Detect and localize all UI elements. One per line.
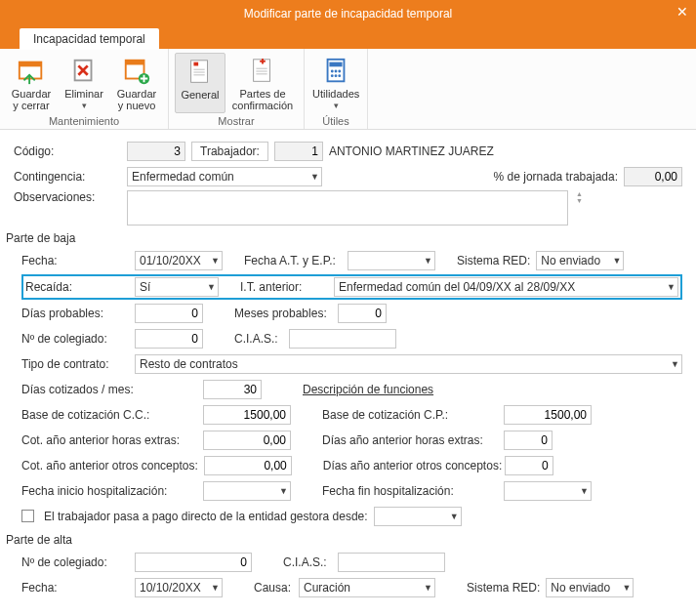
cias-alta-label: C.I.A.S.: — [283, 555, 332, 569]
delete-button[interactable]: Eliminar ▾ — [59, 53, 109, 113]
observaciones-field[interactable] — [127, 190, 568, 226]
it-anterior-combo[interactable]: Enfermedad común del 04/09/XX al 28/09/X… — [334, 277, 678, 297]
window-title: Modificar parte de incapacidad temporal — [244, 7, 452, 21]
sistema-red-baja-label: Sistema RED: — [457, 254, 530, 267]
dias-probables-field[interactable] — [135, 304, 203, 323]
close-icon[interactable]: ✕ — [676, 4, 688, 20]
tipo-contrato-combo[interactable]: Resto de contratos▼ — [135, 354, 682, 374]
fecha-fin-hosp-combo[interactable]: ▼ — [504, 481, 592, 501]
chevron-down-icon: ▼ — [203, 282, 216, 292]
svg-point-17 — [331, 70, 334, 73]
meses-probables-field[interactable] — [338, 304, 387, 323]
contingencia-label: Contingencia: — [14, 170, 121, 184]
codigo-label: Código: — [14, 144, 121, 158]
svg-point-18 — [335, 70, 338, 73]
fecha-at-label: Fecha A.T. y E.P.: — [244, 254, 342, 267]
dias-cotizados-label: Días cotizados / mes: — [21, 383, 197, 396]
dias-otros-conceptos-field[interactable] — [505, 456, 553, 475]
dias-otros-conceptos-label: Días año anterior otros conceptos: — [323, 459, 499, 472]
save-close-icon — [17, 57, 46, 86]
cot-otros-conceptos-label: Cot. año anterior otros conceptos: — [21, 459, 198, 472]
pago-directo-checkbox[interactable] — [21, 510, 34, 522]
fecha-baja-combo[interactable]: 01/10/20XX▼ — [135, 251, 223, 270]
pct-jornada-field[interactable] — [624, 167, 682, 186]
svg-rect-16 — [329, 62, 342, 67]
ribbon-group-show: Mostrar — [175, 115, 298, 127]
causa-label: Causa: — [254, 581, 293, 595]
document-plus-icon — [248, 57, 277, 86]
recaida-row-highlight: Recaída: Sí▼ I.T. anterior: Enfermedad c… — [21, 274, 682, 300]
chevron-down-icon: ▼ — [420, 583, 432, 593]
causa-combo[interactable]: Curación▼ — [299, 578, 435, 597]
chevron-down-icon: ▼ — [608, 256, 621, 266]
colegiado-baja-label: Nº de colegiado: — [21, 332, 129, 346]
cot-otros-conceptos-field[interactable] — [204, 456, 292, 475]
fecha-ini-hosp-combo[interactable]: ▼ — [203, 481, 291, 501]
chevron-down-icon: ▼ — [420, 256, 432, 266]
base-cp-label: Base de cotización C.P.: — [322, 408, 498, 422]
general-button[interactable]: General — [175, 53, 225, 113]
it-anterior-label: I.T. anterior: — [240, 280, 328, 294]
base-cc-field[interactable] — [203, 405, 291, 425]
title-bar: Modificar parte de incapacidad temporal … — [0, 0, 696, 27]
contingencia-combo[interactable]: Enfermedad común▼ — [127, 167, 322, 186]
fecha-alta-combo[interactable]: 10/10/20XX▼ — [135, 578, 223, 597]
partes-confirmacion-button[interactable]: Partes de confirmación — [227, 53, 298, 113]
save-new-button[interactable]: Guardar y nuevo — [111, 53, 162, 113]
svg-rect-6 — [191, 61, 208, 83]
svg-rect-1 — [20, 62, 42, 67]
svg-point-21 — [335, 74, 338, 77]
recaida-combo[interactable]: Sí▼ — [135, 277, 219, 297]
trabajador-num-field[interactable] — [274, 142, 323, 161]
cias-alta-field[interactable] — [338, 553, 445, 572]
chevron-down-icon: ▼ — [207, 256, 220, 266]
fecha-at-combo[interactable]: ▼ — [348, 251, 435, 270]
svg-point-22 — [338, 74, 341, 77]
colegiado-alta-label: Nº de colegiado: — [21, 555, 129, 569]
section-parte-alta: Parte de alta — [6, 533, 682, 547]
dias-probables-label: Días probables: — [21, 307, 129, 320]
pago-directo-fecha-combo[interactable]: ▼ — [374, 507, 462, 526]
cot-horas-extras-field[interactable] — [203, 431, 291, 450]
observaciones-label: Observaciones: — [14, 190, 121, 204]
utilidades-button[interactable]: Utilidades ▾ — [310, 53, 361, 113]
svg-rect-4 — [126, 61, 144, 65]
chevron-down-icon: ▼ — [207, 583, 220, 593]
fecha-ini-hosp-label: Fecha inicio hospitalización: — [21, 484, 197, 498]
colegiado-baja-field[interactable] — [135, 329, 203, 349]
recaida-label: Recaída: — [25, 280, 129, 294]
trabajador-name: ANTONIO MARTINEZ JUAREZ — [329, 144, 494, 158]
delete-icon — [69, 57, 99, 86]
chevron-down-icon: ▼ — [576, 486, 589, 496]
dias-cotizados-field[interactable] — [203, 380, 262, 399]
tab-strip: Incapacidad temporal — [0, 27, 696, 49]
chevron-down-icon: ▼ — [307, 172, 319, 182]
sistema-red-alta-label: Sistema RED: — [467, 581, 540, 595]
descripcion-funciones-link[interactable]: Descripción de funciones — [303, 383, 433, 396]
tipo-contrato-label: Tipo de contrato: — [21, 357, 129, 371]
svg-point-20 — [331, 74, 334, 77]
dias-horas-extras-field[interactable] — [504, 431, 553, 450]
fecha-alta-label: Fecha: — [21, 581, 129, 595]
pago-directo-label: El trabajador pasa a pago directo de la … — [44, 510, 368, 523]
sistema-red-alta-combo[interactable]: No enviado▼ — [546, 578, 634, 597]
sistema-red-baja-combo[interactable]: No enviado▼ — [536, 251, 624, 270]
save-close-button[interactable]: Guardar y cerrar — [6, 53, 57, 113]
base-cp-field[interactable] — [504, 405, 592, 425]
tab-incapacidad[interactable]: Incapacidad temporal — [20, 28, 159, 50]
chevron-down-icon: ▾ — [312, 100, 359, 111]
ribbon-group-maint: Mantenimiento — [6, 115, 162, 127]
svg-rect-7 — [193, 62, 198, 66]
chevron-down-icon: ▾ — [61, 100, 107, 111]
chevron-down-icon: ▼ — [275, 486, 288, 496]
dias-horas-extras-label: Días año anterior horas extras: — [322, 433, 498, 447]
ribbon: Guardar y cerrar Eliminar ▾ Guardar y nu… — [0, 49, 696, 130]
codigo-field[interactable] — [127, 142, 185, 161]
save-new-icon — [122, 57, 151, 86]
ribbon-group-utils: Útiles — [310, 115, 361, 127]
svg-point-19 — [338, 70, 341, 73]
cias-baja-field[interactable] — [289, 329, 396, 349]
chevron-down-icon: ▼ — [663, 282, 676, 292]
scroll-spinner[interactable]: ▲▼ — [576, 190, 583, 204]
colegiado-alta-field[interactable] — [135, 553, 252, 572]
